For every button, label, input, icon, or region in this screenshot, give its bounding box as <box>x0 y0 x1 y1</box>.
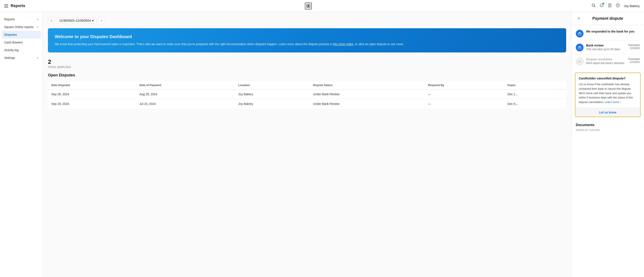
open-disputes-title: Open Disputes <box>48 73 566 78</box>
notification-icon[interactable] <box>600 3 604 9</box>
welcome-banner-text-2: , or click an open dispute to see more. <box>353 42 404 46</box>
svg-text:?: ? <box>617 4 618 7</box>
row1-respond-by: — <box>424 90 504 99</box>
search-icon[interactable] <box>592 3 596 9</box>
timeline-title-resolution: Dispute resolution <box>586 58 626 61</box>
sidebar-label-reports: Reports <box>4 18 15 21</box>
date-range-chevron: ▾ <box>92 19 94 22</box>
table-header-row: Date Disputed Date of Payment Location D… <box>48 81 566 90</box>
row2-date-disputed: Sep 19, 2024 <box>48 99 136 109</box>
sidebar-item-cash-drawers[interactable]: Cash drawers <box>0 39 42 46</box>
right-panel: × Payment dispute We responded to the ba… <box>571 12 644 277</box>
svg-rect-11 <box>578 33 581 35</box>
sidebar-item-square-online[interactable]: Square Online reports ▾ <box>0 23 42 31</box>
panel-header: × Payment dispute <box>572 12 644 25</box>
cardholder-cancelled-box: Cardholder cancelled dispute? Let us kno… <box>575 73 640 117</box>
svg-rect-1 <box>308 5 309 7</box>
main-content: ‹ 11/30/2023–11/29/2024 ▾ › Welcome to y… <box>43 12 571 277</box>
sidebar-item-reports[interactable]: Reports ▾ <box>0 16 42 23</box>
date-range-text: 11/30/2023–11/29/2024 <box>59 19 91 22</box>
panel-close-button[interactable]: × <box>576 16 582 22</box>
header-logo <box>305 3 312 10</box>
timeline-content-resolution: Dispute resolution We'll report the bank… <box>586 58 626 65</box>
timeline-title-responded: We responded to the bank for you <box>586 30 640 33</box>
date-next-button[interactable]: › <box>98 17 105 24</box>
total-label: TOTAL DISPUTES <box>48 66 566 69</box>
timeline-title-review: Bank review <box>586 44 626 47</box>
row1-status: Under Bank Review <box>310 90 425 99</box>
sidebar-label-disputes: Disputes <box>4 33 17 36</box>
total-count: 2 <box>48 59 566 65</box>
timeline-content-responded: We responded to the bank for you <box>586 30 640 33</box>
row1-location: Joy Bakery <box>235 90 310 99</box>
welcome-banner: Welcome to your Disputes Dashboard We kn… <box>48 28 566 53</box>
row1-date-disputed: Sep 26, 2024 <box>48 90 136 99</box>
row2-location: Joy Bakery <box>235 99 310 109</box>
header-title: Reports <box>11 4 25 8</box>
timeline-icon-bank <box>576 30 584 38</box>
table-row[interactable]: Sep 19, 2024 Jul 23, 2024 Joy Bakery Und… <box>48 99 566 109</box>
date-prev-button[interactable]: ‹ <box>48 17 55 24</box>
col-respond-by: Respond By <box>424 81 504 90</box>
svg-rect-12 <box>578 47 581 49</box>
svg-line-3 <box>594 6 595 7</box>
timeline-icon-review <box>576 44 584 51</box>
sidebar-label-cash-drawers: Cash drawers <box>4 41 23 44</box>
row2-date-payment: Jul 23, 2024 <box>136 99 235 109</box>
business-name: Joy Bakery <box>624 4 640 8</box>
col-date-disputed: Date Disputed <box>48 81 136 90</box>
col-date-payment: Date of Payment <box>136 81 235 90</box>
close-icon: × <box>578 16 580 21</box>
square-logo-icon <box>305 3 312 10</box>
help-icon[interactable]: ? <box>616 3 620 9</box>
row2-status: Under Bank Review <box>310 99 425 109</box>
timeline-item-resolution: Dispute resolution We'll report the bank… <box>576 56 640 67</box>
sidebar-label-settings: Settings <box>4 56 15 60</box>
let-us-know-button[interactable]: Let us know <box>575 108 640 117</box>
sidebar-label-square-online: Square Online reports <box>4 25 34 29</box>
row2-respond-by: — <box>424 99 504 109</box>
menu-icon[interactable] <box>4 5 8 8</box>
timeline-item-responded: We responded to the bank for you <box>576 28 640 40</box>
row1-expected: Dec 1... <box>504 90 566 99</box>
col-location: Location <box>235 81 310 90</box>
cancelled-box-text: Let us know if the cardholder has alread… <box>579 82 637 104</box>
date-range-button[interactable]: 11/30/2023–11/29/2024 ▾ <box>56 17 96 24</box>
sidebar-chevron-square-online: ▾ <box>37 26 38 29</box>
header-left: Reports <box>4 4 25 8</box>
col-expected: Expec <box>504 81 566 90</box>
top-header: Reports ? Joy Bakery <box>0 0 644 12</box>
welcome-banner-link[interactable]: this short video <box>333 42 353 46</box>
sidebar-chevron-settings: ▾ <box>37 57 38 59</box>
disputes-table: Date Disputed Date of Payment Location D… <box>48 81 566 109</box>
welcome-banner-text-1: We know that protecting your hard-earned… <box>55 42 333 46</box>
sidebar: Reports ▾ Square Online reports ▾ Disput… <box>0 12 43 277</box>
timeline-icon-resolution <box>576 58 584 65</box>
cancelled-box-title: Cardholder cancelled dispute? <box>579 76 637 80</box>
sidebar-label-activity-log: Activity log <box>4 48 18 52</box>
timeline: We responded to the bank for you Bank re… <box>572 25 644 70</box>
sidebar-item-disputes[interactable]: Disputes <box>2 31 41 39</box>
timeline-date-resolution: Estimated 12/16/24 <box>628 58 640 64</box>
timeline-subtitle-resolution: We'll report the bank's decision <box>586 62 626 65</box>
documents-title: Documents <box>576 123 640 127</box>
row2-expected: Dec 9,... <box>504 99 566 109</box>
welcome-banner-body: We know that protecting your hard-earned… <box>55 42 559 47</box>
header-right: ? Joy Bakery <box>592 3 640 9</box>
total-disputes: 2 TOTAL DISPUTES <box>48 59 566 69</box>
svg-point-4 <box>601 7 602 7</box>
sidebar-item-activity-log[interactable]: Activity log <box>0 46 42 54</box>
sidebar-item-settings[interactable]: Settings ▾ <box>0 54 42 62</box>
notification-dot <box>602 3 604 5</box>
clipboard-icon[interactable] <box>608 3 612 9</box>
row1-date-payment: Aug 28, 2024 <box>136 90 235 99</box>
table-row[interactable]: Sep 26, 2024 Aug 28, 2024 Joy Bakery Und… <box>48 90 566 99</box>
cancelled-learn-more-link[interactable]: Learn more › <box>605 100 620 104</box>
timeline-content-review: Bank review This can take up to 50 days <box>586 44 626 51</box>
timeline-date-review: Estimated 12/16/24 <box>628 44 640 50</box>
date-nav: ‹ 11/30/2023–11/29/2024 ▾ › <box>48 17 566 24</box>
cancelled-box-content: Cardholder cancelled dispute? Let us kno… <box>575 73 640 108</box>
documents-section: Documents ADDED BY SQUARE <box>572 120 644 135</box>
sidebar-chevron-reports: ▾ <box>37 18 38 21</box>
panel-title: Payment dispute <box>592 16 623 21</box>
